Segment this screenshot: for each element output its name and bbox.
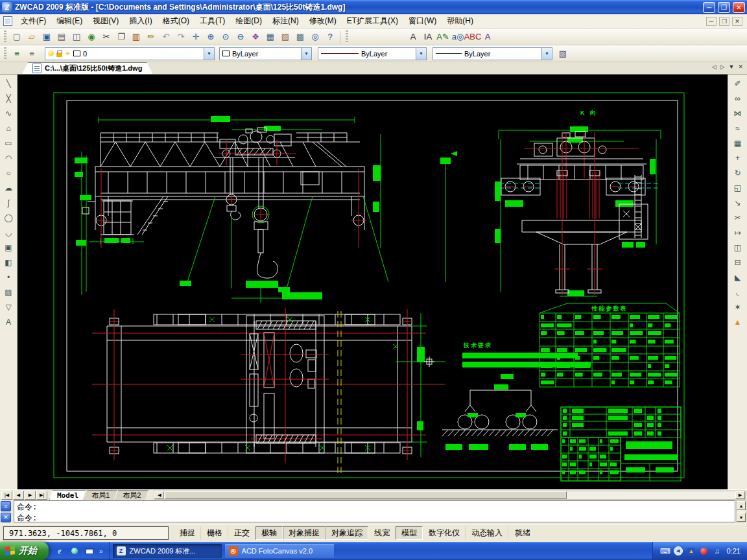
scroll-right-icon[interactable]: ▶ xyxy=(735,491,745,499)
menu-item-7[interactable]: 标注(N) xyxy=(267,14,304,29)
command-history-button[interactable]: ≡ xyxy=(1,501,11,511)
horizontal-scrollbar[interactable]: ◀ ▶ xyxy=(154,491,746,500)
document-tab[interactable]: C:\...\桌面\125比50t铸造1.dwg xyxy=(22,62,152,74)
toolbar-drag-handle[interactable] xyxy=(346,30,348,43)
toggle-6[interactable]: 线宽 xyxy=(368,526,396,540)
menu-item-8[interactable]: 修改(M) xyxy=(304,14,342,29)
copy-icon[interactable]: ❐ xyxy=(114,30,128,44)
tab-scroll-right-icon[interactable]: ▷ xyxy=(720,64,725,70)
toggle-7[interactable]: 模型 xyxy=(396,526,423,540)
task-zwcad[interactable]: Z ZWCAD 2009 标准... xyxy=(113,544,222,558)
ellipse-icon[interactable]: ◯ xyxy=(1,210,16,225)
menu-item-2[interactable]: 视图(V) xyxy=(88,14,124,29)
redo-icon[interactable]: ↷ xyxy=(174,30,188,44)
scroll-left-icon[interactable]: ◀ xyxy=(154,491,164,499)
text-style-icon[interactable]: A xyxy=(480,30,495,44)
spell-check-icon[interactable]: ABC xyxy=(466,30,480,44)
layer-manager-icon[interactable]: ▦ xyxy=(263,30,278,44)
toolbar-drag-handle[interactable] xyxy=(4,47,6,60)
menu-item-3[interactable]: 插入(I) xyxy=(124,14,157,29)
toggle-3[interactable]: 极轴 xyxy=(255,526,283,540)
text-style-manager-icon[interactable]: ▧ xyxy=(556,47,570,61)
menu-item-4[interactable]: 格式(O) xyxy=(158,14,195,29)
layer-properties-icon[interactable]: ≡ xyxy=(10,47,24,61)
calculator-icon[interactable]: ▩ xyxy=(293,30,307,44)
layout-tab-model[interactable]: Model xyxy=(49,490,86,500)
tab-nav-3[interactable]: ▶| xyxy=(36,491,47,500)
toggle-1[interactable]: 栅格 xyxy=(201,526,228,540)
help-icon[interactable]: ? xyxy=(323,30,337,44)
properties-icon[interactable]: ▨ xyxy=(278,30,292,44)
dropdown-arrow-icon[interactable]: ▼ xyxy=(541,48,552,60)
scrollbar-thumb[interactable] xyxy=(165,491,567,499)
close-button[interactable]: ✕ xyxy=(733,2,745,13)
dropdown-arrow-icon[interactable]: ▼ xyxy=(204,48,214,60)
line-icon[interactable]: ╲ xyxy=(1,76,16,91)
tab-nav-0[interactable]: |◀ xyxy=(1,491,12,500)
multiline-text-icon[interactable]: A xyxy=(1,314,16,329)
restore-button[interactable]: ❐ xyxy=(718,2,730,13)
document-icon[interactable] xyxy=(3,16,12,26)
print-icon[interactable]: ▤ xyxy=(54,30,69,44)
match-properties-icon[interactable]: ✏ xyxy=(144,30,158,44)
copy-object-icon[interactable]: ∞ xyxy=(730,91,745,106)
toolbar-drag-handle[interactable] xyxy=(4,30,6,43)
new-icon[interactable]: ▢ xyxy=(10,30,24,44)
find-icon[interactable]: ◎ xyxy=(308,30,322,44)
offset-icon[interactable]: ≈ xyxy=(730,121,745,135)
array-icon[interactable]: ▦ xyxy=(730,135,745,150)
fillet-icon[interactable]: ◟ xyxy=(730,285,745,299)
menu-item-10[interactable]: 窗口(W) xyxy=(403,14,442,29)
purge-icon[interactable]: ▲ xyxy=(730,314,745,329)
stretch-icon[interactable]: ↘ xyxy=(730,195,745,210)
toggle-2[interactable]: 正交 xyxy=(228,526,255,540)
tab-scroll-left-icon[interactable]: ◁ xyxy=(712,64,717,70)
extend-icon[interactable]: ↦ xyxy=(730,225,745,240)
command-scrollbar[interactable]: ▲ ▼ xyxy=(736,500,746,522)
dropdown-arrow-icon[interactable]: ▼ xyxy=(416,48,426,60)
command-close-button[interactable]: ✕ xyxy=(1,513,11,523)
color-dropdown[interactable]: ByLayer ▼ xyxy=(219,47,312,60)
alarm-tray-icon[interactable] xyxy=(700,546,709,555)
toggle-0[interactable]: 捕捉 xyxy=(174,526,201,540)
spline-icon[interactable]: ʃ xyxy=(1,195,16,210)
explode-icon[interactable]: ✶ xyxy=(730,299,745,314)
pan-icon[interactable]: ✛ xyxy=(189,30,203,44)
polyline-icon[interactable]: ∿ xyxy=(1,106,16,121)
point-icon[interactable]: • xyxy=(1,270,16,285)
tab-nav-2[interactable]: ▶ xyxy=(25,491,36,500)
break-at-point-icon[interactable]: ⊟ xyxy=(730,255,745,270)
menu-item-6[interactable]: 绘图(D) xyxy=(230,14,267,29)
ellipse-arc-icon[interactable]: ◡ xyxy=(1,225,16,240)
zoom-previous-icon[interactable]: ⊖ xyxy=(233,30,248,44)
menu-item-5[interactable]: 工具(T) xyxy=(195,14,230,29)
toggle-8[interactable]: 数字化仪 xyxy=(423,526,466,540)
move-icon[interactable]: + xyxy=(730,150,745,165)
layout-tab-布局1[interactable]: 布局1 xyxy=(84,490,117,500)
zoom-realtime-icon[interactable]: ⊙ xyxy=(219,30,233,44)
mtext-icon[interactable]: A xyxy=(406,30,420,44)
toggle-9[interactable]: 动态输入 xyxy=(466,526,508,540)
single-text-icon[interactable]: IA xyxy=(421,30,435,44)
minimize-button[interactable]: ─ xyxy=(703,2,715,13)
dropdown-arrow-icon[interactable]: ▼ xyxy=(301,48,311,60)
messenger-icon[interactable] xyxy=(69,546,80,556)
tab-nav-1[interactable]: ◀ xyxy=(13,491,24,500)
print-preview-icon[interactable]: ◫ xyxy=(69,30,84,44)
paste-icon[interactable]: ▥ xyxy=(129,30,143,44)
rotate-icon[interactable]: ↻ xyxy=(730,165,745,180)
publish-icon[interactable]: ◉ xyxy=(84,30,99,44)
find-text-icon[interactable]: a◎ xyxy=(451,30,465,44)
tab-close-icon[interactable]: ✕ xyxy=(738,64,743,70)
menu-item-0[interactable]: 文件(F) xyxy=(16,14,51,29)
mirror-icon[interactable]: ⋈ xyxy=(730,106,745,121)
scroll-up-icon[interactable]: ▲ xyxy=(737,501,746,510)
command-input[interactable]: 命令: 命令: xyxy=(14,500,735,522)
edit-text-icon[interactable]: A✎ xyxy=(436,30,450,44)
arc-icon[interactable]: ◠ xyxy=(1,150,16,165)
polygon-icon[interactable]: ⌂ xyxy=(1,121,16,135)
save-icon[interactable]: ▣ xyxy=(40,30,54,44)
design-center-icon[interactable]: ❖ xyxy=(248,30,263,44)
task-fotocanvas[interactable]: ◎ ACD FotoCanvas v2.0 xyxy=(225,544,334,558)
revision-cloud-icon[interactable]: ☁ xyxy=(1,180,16,195)
